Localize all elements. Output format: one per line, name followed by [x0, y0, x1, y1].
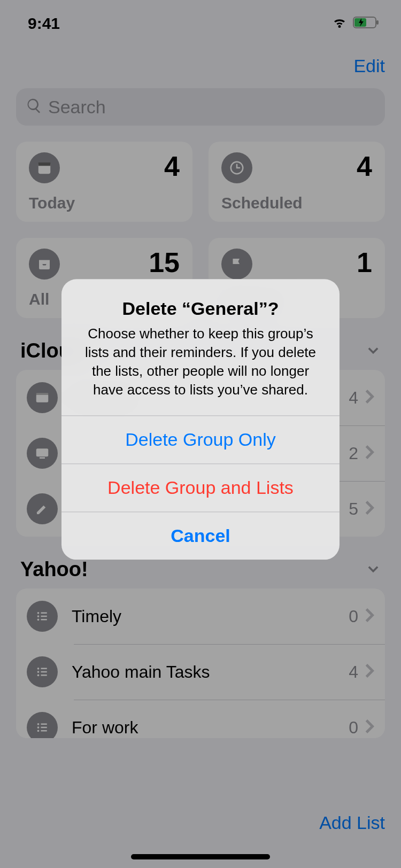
alert-message: Choose whether to keep this group’s list…	[76, 324, 325, 399]
alert-title: Delete “General”?	[76, 298, 325, 319]
delete-alert: Delete “General”? Choose whether to keep…	[61, 279, 340, 560]
delete-group-only-button[interactable]: Delete Group Only	[61, 416, 340, 464]
cancel-button[interactable]: Cancel	[61, 512, 340, 560]
delete-group-and-lists-button[interactable]: Delete Group and Lists	[61, 464, 340, 512]
